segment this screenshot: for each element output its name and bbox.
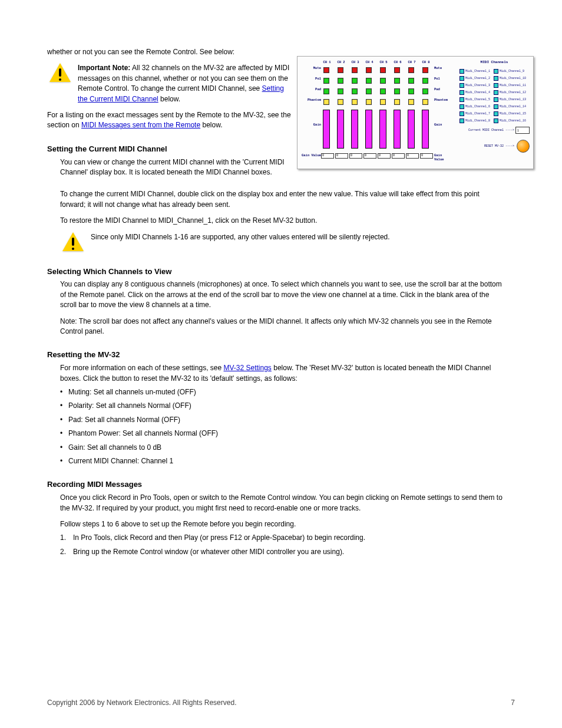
gain-slider-ch5[interactable] [379,110,386,149]
gain-value-input-ch6[interactable]: 0 [392,153,405,159]
mv32-remote-panel: CH 1CH 2CH 3CH 4CH 5CH 6CH 7CH 8MuteMute… [297,56,534,169]
pad-toggle-ch4[interactable] [366,88,372,94]
gain-value-input-ch1[interactable]: 0 [321,153,334,159]
gain-slider-ch6[interactable] [394,110,401,149]
gain-value-input-ch4[interactable]: 0 [363,153,376,159]
mute-toggle-ch7[interactable] [408,67,414,73]
gain-value-input-ch7[interactable]: 0 [406,153,419,159]
section-recording-title: Recording MIDI Messages [47,479,507,490]
pad-toggle-ch7[interactable] [408,88,414,94]
pol-toggle-ch4[interactable] [366,78,372,84]
pol-toggle-ch3[interactable] [352,78,358,84]
mute-toggle-ch6[interactable] [394,67,400,73]
channel-header: CH 2 [335,60,347,65]
phantom-toggle-ch1[interactable] [323,99,329,105]
reset-mv32-button[interactable] [517,140,530,153]
phantom-toggle-ch4[interactable] [366,99,372,105]
midi-channels-title: MIDI Channels [459,60,530,64]
gain-value-input-ch8[interactable]: 0 [420,153,433,159]
midi-channel-button[interactable]: Midi_Channel_3 [459,83,492,88]
pad-toggle-ch8[interactable] [422,88,428,94]
channel-header: CH 8 [420,60,432,65]
midi-channel-button[interactable]: Midi_Channel_15 [494,111,527,117]
link-midi-messages[interactable]: MIDI Messages sent from the Remote [81,121,200,129]
phantom-toggle-ch2[interactable] [338,99,343,105]
section-selecting-channels-title: Selecting Which Channels to View [47,266,507,278]
pol-toggle-ch5[interactable] [380,78,386,84]
midi-channel-button[interactable]: Midi_Channel_7 [459,111,492,117]
checkbox-icon [459,83,464,88]
pad-toggle-ch3[interactable] [352,88,358,94]
midi-channel-button[interactable]: Midi_Channel_13 [494,97,527,103]
gain-slider-ch4[interactable] [365,110,372,149]
pol-toggle-ch8[interactable] [422,78,428,84]
channel-header: CH 7 [406,60,418,65]
channel-header: CH 3 [349,60,361,65]
midi-channel-label: Midi_Channel_8 [465,119,490,123]
pad-toggle-ch5[interactable] [380,88,386,94]
midi-channel-button[interactable]: Midi_Channel_16 [494,118,527,124]
mute-toggle-ch1[interactable] [323,67,329,73]
midi-channel-button[interactable]: Midi_Channel_9 [494,68,527,74]
row-label-gain: Gain [301,123,321,127]
bullet-gain: •Gain: Set all channels to 0 dB [60,443,507,453]
current-midi-input[interactable] [515,127,530,134]
midi-channel-button[interactable]: Midi_Channel_14 [494,104,527,110]
pol-toggle-ch2[interactable] [338,78,343,84]
mute-toggle-ch8[interactable] [422,67,428,73]
gain-slider-ch7[interactable] [408,110,415,149]
pad-toggle-ch6[interactable] [394,88,400,94]
midi-channel-button[interactable]: Midi_Channel_2 [459,75,492,81]
row-label-right-pol: Pol [434,77,453,81]
pad-toggle-ch1[interactable] [323,88,329,94]
pol-toggle-ch7[interactable] [408,78,414,84]
midi-channel-button[interactable]: Midi_Channel_1 [459,68,492,74]
midi-channel-label: Midi_Channel_6 [465,105,490,108]
section1-p2: To change the current MIDI Channel, doub… [60,189,507,210]
midi-channel-grid: Midi_Channel_1Midi_Channel_9Midi_Channel… [459,68,530,124]
phantom-toggle-ch6[interactable] [394,99,400,105]
mute-toggle-ch4[interactable] [366,67,372,73]
bullet-midichannel: •Current MIDI Channel: Channel 1 [60,456,507,466]
gain-value-input-ch5[interactable]: 0 [378,153,391,159]
mute-toggle-ch2[interactable] [338,67,343,73]
checkbox-icon [459,97,464,102]
midi-channel-button[interactable]: Midi_Channel_12 [494,90,527,95]
gain-slider-ch2[interactable] [337,110,344,149]
row-label-gain-value: Gain Value [301,153,321,157]
midi-channel-label: Midi_Channel_13 [500,98,526,101]
gain-value-input-ch2[interactable]: 0 [335,153,348,159]
para-after-link: below. [202,121,222,129]
pol-toggle-ch1[interactable] [323,78,329,84]
gain-slider-ch8[interactable] [422,110,429,149]
checkbox-icon [494,104,498,109]
midi-channel-label: Midi_Channel_7 [465,112,490,116]
midi-channel-button[interactable]: Midi_Channel_6 [459,104,492,110]
midi-channel-button[interactable]: Midi_Channel_4 [459,90,492,95]
checkbox-icon [459,111,464,116]
section-setting-midi-title: Setting the Current MIDI Channel [47,144,295,155]
footer-page-number: 7 [511,699,515,707]
current-midi-label: Current MIDI Channel ----> [468,129,514,132]
midi-channel-label: Midi_Channel_9 [500,70,524,73]
midi-channel-button[interactable]: Midi_Channel_11 [494,83,527,88]
midi-channel-label: Midi_Channel_14 [500,105,526,108]
phantom-toggle-ch8[interactable] [422,99,428,105]
midi-channel-button[interactable]: Midi_Channel_8 [459,118,492,124]
phantom-toggle-ch7[interactable] [408,99,414,105]
checkbox-icon [459,76,464,81]
gain-slider-ch1[interactable] [323,110,330,149]
midi-channel-button[interactable]: Midi_Channel_10 [494,75,527,81]
link-mv32-settings[interactable]: MV-32 Settings [223,364,271,372]
pol-toggle-ch6[interactable] [394,78,400,84]
midi-channel-button[interactable]: Midi_Channel_5 [459,97,492,103]
pad-toggle-ch2[interactable] [338,88,343,94]
mute-toggle-ch3[interactable] [352,67,358,73]
gain-slider-ch3[interactable] [351,110,358,149]
phantom-toggle-ch5[interactable] [380,99,386,105]
phantom-toggle-ch3[interactable] [352,99,358,105]
gain-value-input-ch3[interactable]: 0 [349,153,362,159]
intro-para: whether or not you can see the Remote Co… [47,47,295,57]
mute-toggle-ch5[interactable] [380,67,386,73]
checkbox-icon [459,104,464,109]
